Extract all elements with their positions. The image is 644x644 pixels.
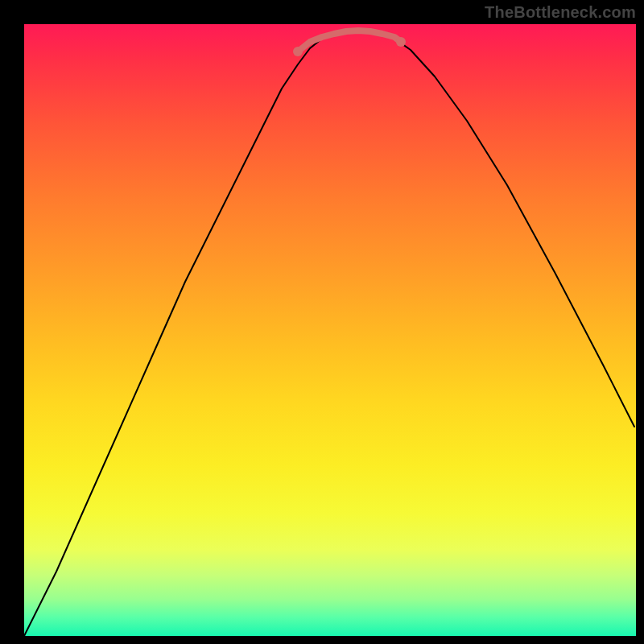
bottleneck-curve-line bbox=[24, 31, 634, 636]
flat-marker-line bbox=[298, 31, 401, 52]
chart-frame bbox=[24, 24, 636, 636]
flat-marker-dot bbox=[396, 37, 406, 47]
chart-svg bbox=[24, 24, 636, 636]
flat-marker-dot bbox=[293, 47, 303, 56]
watermark-text: TheBottleneck.com bbox=[485, 3, 636, 22]
